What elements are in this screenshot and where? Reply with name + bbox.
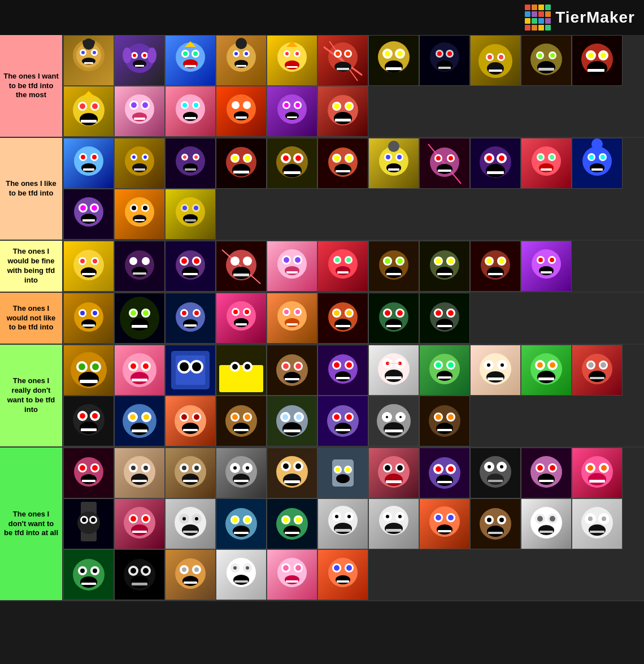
svg-point-543: [194, 466, 199, 470]
svg-rect-372: [386, 325, 401, 327]
svg-rect-196: [438, 170, 451, 172]
svg-point-655: [385, 523, 403, 534]
svg-point-413: [295, 363, 301, 369]
svg-point-421: [346, 362, 352, 368]
svg-point-316: [538, 258, 543, 262]
char-box: [572, 498, 623, 549]
svg-rect-59: [386, 67, 402, 70]
svg-point-588: [500, 465, 503, 468]
svg-point-17: [123, 47, 132, 63]
svg-point-581: [436, 475, 453, 486]
char-box: [317, 396, 368, 446]
char-box: [216, 138, 267, 189]
svg-point-401: [192, 362, 201, 371]
char-box: [114, 549, 165, 600]
svg-rect-228: [82, 219, 95, 222]
svg-rect-403: [219, 365, 263, 392]
svg-rect-67: [438, 67, 451, 69]
svg-rect-356: [286, 323, 298, 326]
svg-point-514: [384, 422, 404, 436]
char-box: [368, 138, 419, 189]
svg-point-384: [79, 363, 85, 370]
svg-point-355: [285, 318, 299, 327]
char-box: [216, 293, 267, 344]
svg-point-480: [181, 414, 187, 420]
svg-rect-235: [134, 219, 145, 221]
svg-point-385: [92, 363, 99, 370]
char-box: [521, 241, 572, 292]
svg-point-551: [233, 474, 250, 485]
svg-point-608: [77, 511, 100, 534]
tier-label-5: The ones I really don't want to be tfd i…: [0, 345, 62, 446]
svg-point-602: [588, 465, 593, 471]
svg-point-38: [285, 52, 289, 55]
char-box: [368, 448, 419, 498]
svg-point-49: [346, 51, 350, 56]
svg-rect-483: [183, 429, 198, 431]
svg-point-698: [130, 568, 136, 574]
svg-point-391: [130, 363, 136, 369]
tier-images-4: [62, 293, 644, 344]
tier-row-1: The ones I want to be tfd into the most: [0, 35, 644, 138]
svg-rect-25: [185, 65, 196, 67]
svg-point-719: [283, 565, 289, 571]
svg-point-123: [284, 103, 289, 107]
svg-point-362: [346, 310, 352, 316]
svg-point-30: [234, 52, 238, 55]
svg-point-31: [245, 52, 248, 55]
svg-point-506: [334, 423, 351, 434]
char-box: [521, 138, 572, 189]
svg-point-489: [245, 414, 250, 420]
svg-rect-656: [386, 529, 402, 532]
svg-point-96: [80, 113, 98, 125]
svg-rect-147: [134, 168, 145, 171]
svg-point-48: [336, 51, 340, 56]
svg-point-379: [436, 319, 453, 330]
svg-point-247: [93, 259, 97, 263]
svg-rect-211: [541, 168, 552, 171]
svg-point-5: [93, 51, 96, 54]
svg-point-354: [295, 310, 300, 314]
svg-point-549: [233, 466, 237, 470]
svg-rect-257: [133, 272, 146, 275]
svg-rect-74: [489, 70, 502, 72]
char-box: [267, 498, 317, 549]
svg-rect-560: [284, 480, 300, 483]
svg-point-168: [283, 155, 289, 161]
svg-point-177: [346, 155, 352, 161]
svg-point-580: [448, 466, 454, 472]
svg-point-728: [336, 575, 350, 584]
svg-point-625: [182, 524, 199, 536]
svg-rect-642: [285, 532, 299, 534]
svg-point-152: [183, 155, 186, 159]
svg-point-333: [130, 318, 149, 331]
svg-point-184: [397, 155, 402, 159]
svg-point-530: [81, 474, 97, 484]
char-box: [267, 86, 317, 137]
svg-point-412: [283, 363, 289, 369]
svg-point-340: [194, 311, 199, 315]
char-box: [317, 498, 368, 549]
svg-rect-97: [81, 120, 97, 123]
svg-rect-265: [183, 273, 198, 275]
char-box: [267, 138, 317, 189]
tier-row-2: The ones I like to be tfd into: [0, 138, 644, 241]
svg-point-56: [385, 51, 390, 57]
svg-point-457: [588, 362, 594, 368]
svg-point-669: [499, 518, 504, 522]
char-box: [114, 241, 165, 292]
svg-point-116: [233, 103, 238, 107]
char-box: [368, 293, 419, 344]
svg-point-691: [93, 568, 97, 573]
svg-point-255: [143, 259, 148, 263]
svg-point-559: [283, 474, 301, 486]
svg-point-23: [193, 51, 198, 56]
svg-point-422: [335, 371, 351, 381]
svg-rect-304: [437, 273, 452, 275]
svg-rect-722: [286, 580, 298, 583]
svg-point-670: [487, 526, 504, 537]
svg-point-280: [285, 266, 299, 275]
svg-point-684: [589, 524, 606, 536]
char-box: [470, 345, 521, 396]
char-box: [216, 498, 267, 549]
